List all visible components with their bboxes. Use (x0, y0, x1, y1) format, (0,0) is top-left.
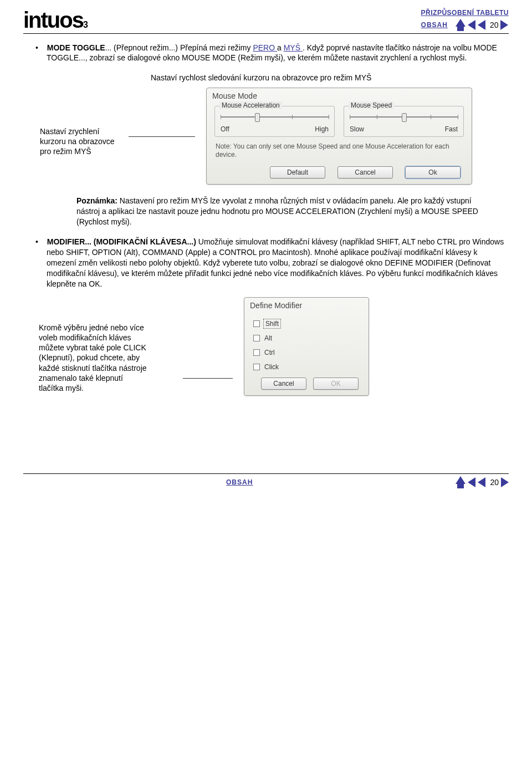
click-checkbox[interactable] (253, 364, 260, 370)
mouse-mode-note: Note: You can only set one Mouse Speed a… (216, 142, 463, 160)
logo: intuos3 (23, 9, 87, 31)
footer-page-number: 20 (490, 478, 499, 487)
prev2-icon[interactable] (478, 20, 485, 30)
nav-icons: 20 (456, 19, 509, 31)
modifier-label: MODIFIER... (MODIFIKAČNÍ KLÁVESA...) (47, 237, 196, 246)
callout-left: Nastaví zrychlení kurzoru na obrazovce p… (23, 88, 129, 157)
mode-toggle-label: MODE TOGGLE (47, 43, 105, 52)
prev-icon[interactable] (468, 20, 475, 30)
alt-label: Alt (264, 334, 272, 342)
page-header: intuos3 PŘIZPŮSOBENÍ TABLETU OBSAH 20 (23, 8, 509, 34)
accel-high-label: High (315, 125, 329, 133)
footer-prev-icon[interactable] (468, 477, 475, 487)
accel-off-label: Off (221, 125, 229, 133)
ctrl-checkbox[interactable] (253, 349, 260, 356)
mouse-mode-row: Nastaví zrychlení kurzoru na obrazovce p… (23, 88, 509, 185)
mouse-acceleration-slider[interactable] (221, 111, 329, 123)
logo-text: intuos (23, 8, 83, 32)
mode-toggle-paragraph: MODE TOGGLE... (Přepnout režim...) Přepí… (47, 43, 509, 63)
modifier-cancel-button[interactable]: Cancel (261, 378, 306, 390)
speed-fast-label: Fast (445, 125, 458, 133)
home-icon[interactable] (456, 19, 466, 31)
note-block: Poznámka: Nastavení pro režim MYŠ lze vy… (76, 196, 493, 227)
ctrl-row[interactable]: Ctrl (251, 345, 362, 360)
click-label: Click (264, 363, 279, 371)
mouse-speed-legend: Mouse Speed (349, 101, 394, 109)
header-top-link[interactable]: PŘIZPŮSOBENÍ TABLETU (421, 9, 509, 17)
modifier-ok-button[interactable]: OK (313, 378, 359, 390)
alt-row[interactable]: Alt (251, 331, 362, 345)
mouse-acceleration-group: Mouse Acceleration Off (214, 106, 335, 137)
callout-top: Nastaví rychlost sledování kurzoru na ob… (151, 73, 509, 83)
footer-prev2-icon[interactable] (478, 477, 485, 487)
mys-link[interactable]: MYŠ (284, 43, 303, 52)
logo-sub: 3 (83, 20, 87, 29)
footer-obsah-link[interactable]: OBSAH (226, 478, 253, 486)
shift-checkbox[interactable] (253, 320, 260, 327)
modifier-callout-text: Kromě výběru jedné nebo více voleb modif… (35, 297, 180, 393)
modifier-row: Kromě výběru jedné nebo více voleb modif… (35, 297, 509, 396)
shift-label: Shift (264, 320, 280, 328)
cancel-button[interactable]: Cancel (337, 166, 393, 178)
modifier-rule (183, 378, 233, 379)
mouse-acceleration-legend: Mouse Acceleration (219, 101, 282, 109)
click-row[interactable]: Click (251, 360, 362, 374)
ctrl-label: Ctrl (264, 349, 275, 356)
header-obsah-link[interactable]: OBSAH (421, 21, 448, 29)
mouse-speed-group: Mouse Speed Slo (344, 106, 464, 137)
next-icon[interactable] (500, 20, 508, 30)
define-modifier-title: Define Modifier (244, 298, 369, 313)
footer-next-icon[interactable] (501, 477, 509, 487)
modifier-paragraph: MODIFIER... (MODIFIKAČNÍ KLÁVESA...) Umo… (47, 237, 509, 289)
header-right: PŘIZPŮSOBENÍ TABLETU OBSAH 20 (421, 8, 509, 31)
define-modifier-dialog: Define Modifier Shift Alt Ctrl Click (244, 297, 369, 396)
alt-checkbox[interactable] (253, 335, 260, 341)
shift-row[interactable]: Shift (251, 317, 362, 331)
speed-slow-label: Slow (350, 125, 364, 133)
footer-nav: 20 (456, 476, 509, 488)
page-footer: OBSAH 20 (23, 473, 509, 488)
footer-home-icon[interactable] (456, 476, 466, 488)
ok-button[interactable]: Ok (405, 166, 461, 178)
default-button[interactable]: Default (270, 166, 325, 178)
mouse-mode-dialog: Mouse Mode Mouse Acceleration (206, 88, 472, 185)
pero-link[interactable]: PERO (253, 43, 277, 52)
mouse-speed-slider[interactable] (350, 111, 458, 123)
callout-rule (129, 136, 195, 137)
page-number: 20 (490, 21, 499, 29)
